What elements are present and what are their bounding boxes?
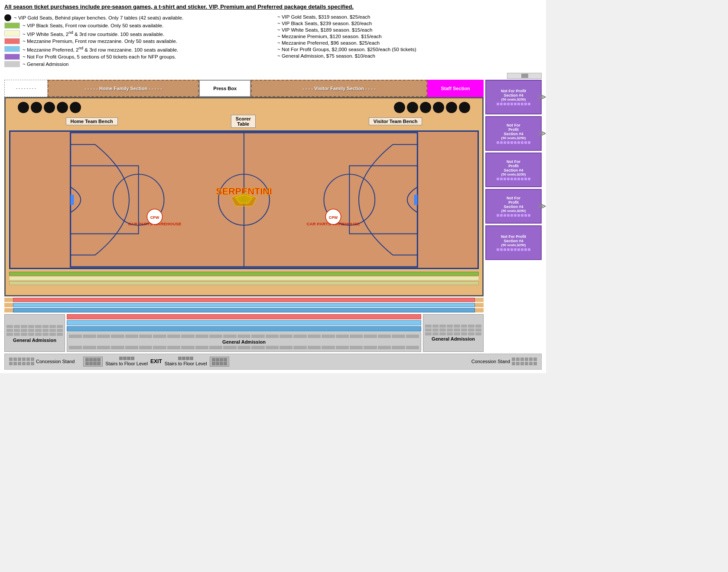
vip-seat-6[interactable] — [394, 102, 405, 113]
ga-center-mezz-preferred-1[interactable] — [67, 320, 421, 325]
s — [439, 325, 446, 328]
s — [83, 346, 96, 349]
visitor-family-text: - - - - Visitor Family Section - - - - — [302, 86, 375, 91]
legend-mezz-preferred-text: ~ Mezzanine Preferred, 2nd & 3rd row mez… — [23, 46, 178, 52]
ga-left-section[interactable]: General Admission — [4, 314, 65, 352]
stairs-exit-area: Stairs to Floor Level EXIT Stairs to Flo… — [83, 357, 229, 367]
nfp-section-1[interactable]: Not For ProfitSection #4 (50 seats,$250)… — [485, 80, 542, 114]
s — [364, 335, 377, 338]
s — [119, 357, 123, 360]
nfp-4-sub: (50 seats,$250) — [501, 209, 526, 213]
ga-left-seat — [35, 329, 42, 332]
vip-black-row — [9, 272, 479, 276]
legend-mezz-preferred: ~ Mezzanine Preferred, 2nd & 3rd row mez… — [4, 46, 269, 52]
ga-center-mezz-preferred-2[interactable] — [67, 326, 421, 332]
s — [182, 357, 185, 360]
ga-center-mezz-premium[interactable] — [67, 314, 421, 319]
s — [181, 335, 194, 338]
d — [507, 141, 510, 144]
c — [529, 358, 533, 361]
legend-price-mezz-preferred: ~ Mezzanine Preferred, $96 season. $25/e… — [277, 40, 542, 46]
s — [220, 362, 223, 365]
ga-left-seat — [49, 329, 56, 332]
c — [22, 362, 26, 365]
mezz-premium-row — [4, 298, 484, 302]
s — [97, 335, 110, 338]
nfp-section-2[interactable]: Not ForProfitSection #4 (50 seats,$250) … — [485, 116, 542, 151]
vip-seat-3[interactable] — [44, 102, 55, 113]
s — [468, 325, 474, 328]
d — [514, 178, 517, 180]
vip-seat-7[interactable] — [407, 102, 418, 113]
s — [237, 346, 250, 349]
vip-seat-4[interactable] — [57, 102, 68, 113]
nfp-section-5[interactable]: Not For ProfitSection #4 (50 seats,$250) — [485, 225, 542, 260]
vip-white-segment-2[interactable] — [9, 281, 479, 285]
s — [209, 335, 222, 338]
d — [528, 141, 530, 144]
ga-right-section[interactable]: General Admission — [423, 314, 484, 352]
d — [497, 103, 499, 105]
ga-center-section[interactable]: General Admission — [67, 332, 421, 352]
nfp-section-4[interactable]: Not ForProfitSection #4 (50 seats,$250) … — [485, 189, 542, 224]
s — [461, 325, 468, 328]
vip-seat-1[interactable] — [18, 102, 29, 113]
legend-nfp-text: ~ Not For Profit Groups, 5 sections of 5… — [23, 54, 176, 59]
s — [350, 346, 363, 349]
vip-seat-2[interactable] — [31, 102, 42, 113]
exit-label: EXIT — [150, 358, 162, 364]
concession-left-area: Concession Stand — [9, 358, 75, 365]
c — [512, 362, 515, 365]
s — [475, 328, 482, 332]
nfp-arrow-2: ≫ — [538, 129, 546, 138]
vip-seat-11[interactable] — [459, 102, 470, 113]
d — [521, 141, 523, 144]
vip-seat-10[interactable] — [446, 102, 457, 113]
s — [293, 335, 306, 338]
s — [85, 362, 89, 365]
nfp-5-dots — [497, 248, 530, 251]
d — [510, 214, 513, 217]
scrollbar[interactable] — [507, 73, 542, 79]
courtside-seat-rows — [9, 272, 479, 285]
ga-left-seat — [42, 329, 49, 332]
d — [507, 178, 510, 180]
d — [500, 178, 503, 180]
c — [13, 358, 17, 361]
legend-ga-text: ~ General Admission — [23, 62, 68, 67]
ga-swatch — [4, 61, 20, 67]
mezz-right-gap-2 — [475, 303, 484, 307]
c — [9, 362, 13, 365]
s — [167, 346, 180, 349]
vip-seat-5[interactable] — [70, 102, 81, 113]
stairs-right-label: Stairs to Floor Level — [165, 361, 207, 366]
mezz-preferred-segment-2[interactable] — [13, 308, 475, 312]
legend-mezz-premium: ~ Mezzanine Premium, Front row mezzanine… — [4, 38, 269, 44]
d — [514, 141, 517, 144]
ga-left-seat — [49, 333, 56, 336]
mezz-preferred-segment-1[interactable] — [13, 303, 475, 307]
bottom-bar: Concession Stand Stairs to Floor Level E… — [4, 354, 542, 370]
venue-wrapper: - - - - - - - - - - - - - Home Family Se… — [4, 80, 542, 352]
scrollbar-thumb[interactable] — [521, 74, 528, 78]
ga-left-seat — [28, 329, 35, 332]
vip-seat-8[interactable] — [420, 102, 431, 113]
mezz-premium-segment[interactable] — [13, 298, 475, 302]
vip-white-segment-1[interactable] — [9, 276, 479, 280]
concession-right-area: Concession Stand — [471, 358, 537, 365]
vip-black-segment[interactable] — [9, 272, 479, 276]
d — [504, 178, 506, 180]
s — [216, 362, 219, 365]
vip-seat-9[interactable] — [433, 102, 444, 113]
nfp-sidebar: Not For ProfitSection #4 (50 seats,$250)… — [485, 80, 542, 352]
s — [392, 335, 405, 338]
s — [97, 358, 101, 361]
d — [497, 248, 499, 251]
legend-price-mezz-premium: ~ Mezzanine Premium, $120 season. $15/ea… — [277, 34, 542, 39]
d — [521, 214, 523, 217]
svg-rect-10 — [414, 195, 418, 205]
d — [528, 248, 530, 251]
nfp-section-3[interactable]: Not ForProfitSection #4 (50 seats,$250) — [485, 153, 542, 187]
mezz-preferred-swatch — [4, 46, 20, 52]
nfp-3-label: Not ForProfitSection #4 — [504, 159, 523, 172]
